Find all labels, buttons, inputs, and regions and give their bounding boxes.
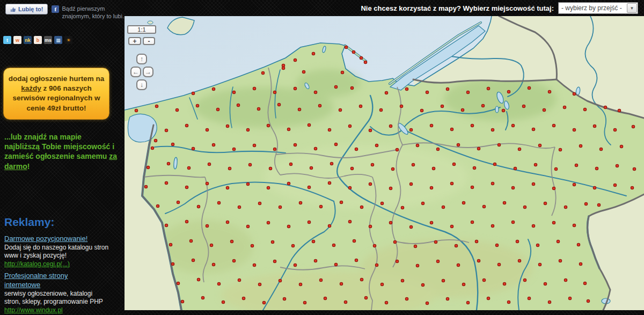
city-marker[interactable] (396, 148, 398, 151)
city-marker[interactable] (226, 186, 229, 189)
city-marker[interactable] (405, 297, 408, 300)
city-marker[interactable] (503, 201, 506, 204)
city-marker[interactable] (430, 221, 433, 224)
city-marker[interactable] (228, 167, 231, 170)
city-marker[interactable] (587, 299, 589, 302)
city-marker[interactable] (330, 162, 333, 165)
myspace-icon[interactable]: ms (44, 36, 52, 44)
city-marker[interactable] (248, 163, 251, 166)
city-marker[interactable] (593, 124, 596, 127)
city-marker[interactable] (197, 205, 200, 208)
city-marker[interactable] (246, 182, 249, 185)
city-marker[interactable] (412, 163, 414, 166)
city-marker[interactable] (345, 46, 347, 48)
city-marker[interactable] (379, 108, 382, 111)
city-marker[interactable] (299, 201, 302, 204)
city-marker[interactable] (471, 221, 473, 223)
city-marker[interactable] (369, 182, 371, 185)
city-marker[interactable] (257, 107, 260, 110)
city-marker[interactable] (583, 282, 586, 284)
city-marker[interactable] (434, 240, 437, 243)
city-marker[interactable] (261, 71, 264, 74)
nk-icon[interactable]: nk (24, 36, 32, 44)
city-marker[interactable] (334, 85, 337, 88)
city-marker[interactable] (308, 123, 310, 126)
city-marker[interactable] (497, 143, 500, 146)
city-marker[interactable] (169, 243, 172, 246)
share-grid-icon[interactable]: ▦ (54, 36, 62, 44)
city-marker[interactable] (212, 87, 215, 90)
city-marker[interactable] (536, 244, 539, 246)
city-marker[interactable] (375, 263, 378, 266)
city-marker[interactable] (516, 240, 518, 243)
city-marker[interactable] (273, 148, 276, 150)
city-marker[interactable] (616, 164, 618, 167)
city-marker[interactable] (389, 187, 392, 189)
city-marker[interactable] (312, 52, 314, 55)
city-marker[interactable] (559, 259, 561, 262)
city-marker[interactable] (246, 225, 249, 228)
city-marker[interactable] (147, 166, 149, 169)
city-marker[interactable] (165, 181, 167, 184)
city-marker[interactable] (493, 163, 496, 165)
city-marker[interactable] (613, 184, 616, 186)
city-marker[interactable] (348, 186, 351, 189)
city-marker[interactable] (232, 259, 235, 262)
city-marker[interactable] (385, 301, 387, 304)
sun-icon[interactable]: ☀ (64, 36, 72, 44)
city-marker[interactable] (287, 225, 290, 228)
city-marker[interactable] (340, 282, 342, 285)
city-marker[interactable] (518, 259, 521, 262)
city-marker[interactable] (279, 279, 281, 282)
city-marker[interactable] (538, 263, 541, 266)
city-marker[interactable] (217, 201, 220, 204)
city-marker[interactable] (294, 263, 296, 266)
city-marker[interactable] (208, 163, 210, 165)
city-marker[interactable] (369, 129, 371, 131)
city-marker[interactable] (507, 90, 510, 93)
city-marker[interactable] (491, 128, 494, 131)
facebook-like-button[interactable]: Lubię to! (5, 4, 48, 14)
city-marker[interactable] (495, 244, 498, 246)
city-marker[interactable] (544, 202, 546, 204)
city-marker[interactable] (154, 139, 157, 142)
city-marker[interactable] (482, 279, 485, 281)
city-marker[interactable] (455, 244, 457, 247)
city-marker[interactable] (328, 224, 331, 227)
city-marker[interactable] (237, 104, 239, 106)
city-marker[interactable] (462, 283, 465, 285)
city-marker[interactable] (401, 206, 404, 209)
city-marker[interactable] (436, 260, 439, 262)
city-marker[interactable] (450, 225, 453, 228)
city-marker[interactable] (473, 166, 475, 169)
city-marker[interactable] (462, 201, 465, 204)
city-marker[interactable] (348, 124, 351, 127)
city-marker[interactable] (238, 279, 240, 281)
city-marker[interactable] (593, 186, 596, 189)
city-marker[interactable] (341, 71, 343, 74)
city-marker[interactable] (430, 124, 433, 127)
city-marker[interactable] (401, 279, 404, 282)
city-marker[interactable] (171, 262, 174, 265)
city-marker[interactable] (364, 296, 367, 299)
ad-url-link[interactable]: http://katalog.cegi.p(...) (4, 260, 118, 269)
city-marker[interactable] (348, 220, 351, 223)
city-marker[interactable] (522, 105, 525, 107)
city-marker[interactable] (308, 186, 310, 188)
city-marker[interactable] (618, 109, 620, 112)
city-marker[interactable] (523, 206, 526, 208)
city-marker[interactable] (497, 263, 500, 266)
city-marker[interactable] (291, 244, 294, 247)
city-marker[interactable] (573, 183, 575, 186)
city-marker[interactable] (165, 224, 167, 226)
city-marker[interactable] (192, 259, 194, 261)
city-marker[interactable] (595, 167, 598, 170)
city-marker[interactable] (185, 220, 188, 223)
pan-left-button[interactable]: ← (130, 67, 141, 77)
map-scale-indicator[interactable]: 1:1 (127, 25, 156, 34)
city-marker[interactable] (579, 262, 582, 265)
city-marker[interactable] (197, 278, 200, 281)
ad-title-link[interactable]: Darmowe pozycjonowanie! (4, 235, 101, 244)
city-marker[interactable] (258, 202, 261, 204)
city-marker[interactable] (222, 301, 224, 303)
